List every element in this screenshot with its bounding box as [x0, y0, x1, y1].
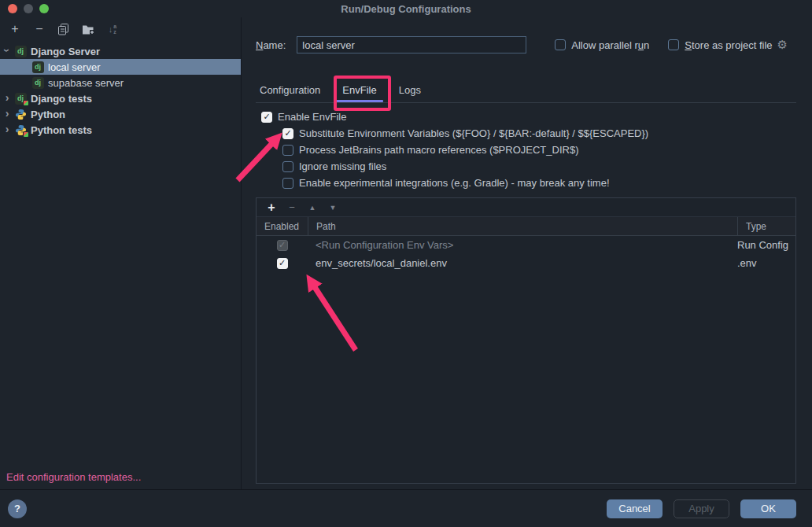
title-bar: Run/Debug Configurations [0, 0, 812, 17]
tree-item-label: Django tests [31, 93, 92, 105]
env-files-table: +−▲▼ EnabledPathType ✓<Run Configuration… [256, 197, 796, 484]
option-label: Process JetBrains path macro references … [299, 144, 578, 156]
django-tests-icon: dj [14, 93, 27, 105]
tab-envfile[interactable]: EnvFile [331, 84, 387, 102]
tree-item-label: Python tests [31, 124, 92, 136]
tree-item-label: supabase server [48, 77, 124, 89]
env-files-header: EnabledPathType [257, 217, 795, 236]
option-checkbox[interactable]: ✓ [261, 112, 272, 123]
tree-item-django-tests[interactable]: ›djDjango tests [0, 90, 241, 106]
store-as-project-file-label: Store as project file [685, 39, 772, 51]
cell-path: <Run Configuration Env Vars> [308, 239, 737, 251]
name-row: Name: Allow parallel run Store as projec… [256, 36, 796, 53]
row-enabled-checkbox[interactable]: ✓ [277, 258, 288, 269]
option-process-jetbrains-path: Process JetBrains path macro references … [256, 142, 796, 158]
chevron-collapsed-icon[interactable]: › [0, 107, 14, 120]
tree-item-label: Python [31, 109, 65, 120]
chevron-collapsed-icon[interactable]: › [0, 123, 14, 135]
option-substitute-environment-variables: ✓Substitute Environment Variables (${FOO… [256, 125, 796, 142]
name-input[interactable] [297, 36, 526, 53]
cell-enabled: ✓ [257, 240, 308, 251]
add-row-button[interactable]: + [266, 201, 277, 215]
django-icon: dj [31, 61, 44, 73]
test-badge-icon [23, 100, 29, 106]
envfile-tab-panel: ✓Enable EnvFile✓Substitute Environment V… [256, 102, 796, 489]
python-tests-icon [14, 124, 27, 136]
edit-configuration-templates-link[interactable]: Edit configuration templates... [6, 471, 141, 483]
remove-row-button: − [286, 201, 297, 213]
tree-item-supabase-server[interactable]: djsupabase server [0, 75, 241, 90]
chevron-expanded-icon[interactable]: › [1, 43, 13, 57]
allow-parallel-run-label: Allow parallel run [571, 39, 649, 51]
column-header-type: Type [737, 217, 795, 235]
option-enable-experimental-integrations: Enable experimental integrations (e.g. G… [256, 175, 796, 191]
run-debug-configurations-dialog: Run/Debug Configurations +−↓az ›djDjango… [0, 0, 812, 527]
copy-configuration-button[interactable] [57, 22, 71, 36]
store-settings-gear-icon[interactable]: ⚙ [777, 38, 788, 52]
add-button[interactable]: + [8, 22, 22, 36]
configuration-editor: Name: Allow parallel run Store as projec… [242, 17, 812, 489]
envfile-options: ✓Enable EnvFile✓Substitute Environment V… [256, 109, 796, 191]
option-label: Enable EnvFile [278, 111, 346, 123]
tree-item-python-tests[interactable]: ›Python tests [0, 122, 241, 138]
help-button[interactable]: ? [8, 499, 27, 518]
tree-item-django-server[interactable]: ›djDjango Server [0, 43, 241, 59]
remove-button[interactable]: − [32, 22, 46, 36]
option-checkbox[interactable] [282, 145, 293, 156]
column-header-path: Path [308, 217, 737, 235]
env-files-toolbar: +−▲▼ [257, 198, 795, 217]
configuration-tabs: ConfigurationEnvFileLogs [256, 83, 796, 102]
test-badge-icon [23, 131, 29, 138]
sort-configurations-button: ↓az [105, 22, 120, 36]
row-enabled-checkbox: ✓ [277, 240, 288, 251]
name-label: Name: [256, 39, 286, 51]
option-checkbox[interactable]: ✓ [282, 128, 293, 139]
configurations-sidebar: +−↓az ›djDjango Serverdjlocal serverdjsu… [0, 17, 242, 489]
cell-path: env_secrets/local_daniel.env [308, 257, 737, 269]
sidebar-toolbar: +−↓az [0, 17, 241, 41]
env-file-row[interactable]: ✓env_secrets/local_daniel.env.env [257, 254, 795, 272]
option-enable-envfile: ✓Enable EnvFile [256, 109, 796, 125]
tab-logs[interactable]: Logs [388, 84, 432, 102]
new-folder-button[interactable] [81, 22, 95, 36]
move-up-row-button: ▲ [307, 204, 318, 212]
tree-item-python[interactable]: ›Python [0, 106, 241, 122]
allow-parallel-run-option: Allow parallel run [555, 39, 649, 51]
option-label: Substitute Environment Variables (${FOO}… [299, 127, 648, 139]
store-as-project-file-checkbox[interactable] [668, 39, 679, 50]
configurations-tree: ›djDjango Serverdjlocal serverdjsupabase… [0, 43, 241, 138]
allow-parallel-run-checkbox[interactable] [555, 39, 566, 50]
env-files-rows: ✓<Run Configuration Env Vars>Run Config✓… [257, 236, 795, 272]
dialog-body: +−↓az ›djDjango Serverdjlocal serverdjsu… [0, 17, 812, 490]
column-header-enabled: Enabled [257, 217, 308, 235]
env-file-row[interactable]: ✓<Run Configuration Env Vars>Run Config [257, 236, 795, 254]
store-as-project-file-option: Store as project file [668, 39, 772, 51]
dialog-footer: ? Cancel Apply OK [0, 490, 812, 527]
option-label: Ignore missing files [299, 160, 386, 172]
chevron-collapsed-icon[interactable]: › [0, 91, 14, 104]
apply-button[interactable]: Apply [674, 499, 729, 518]
cancel-button[interactable]: Cancel [607, 499, 663, 518]
tree-item-local-server[interactable]: djlocal server [0, 59, 241, 75]
option-checkbox[interactable] [282, 178, 293, 189]
django-icon: dj [31, 77, 44, 89]
cell-enabled: ✓ [257, 258, 308, 269]
option-ignore-missing-files: Ignore missing files [256, 158, 796, 175]
option-checkbox[interactable] [282, 161, 293, 172]
window-title: Run/Debug Configurations [0, 3, 812, 15]
cell-type: .env [737, 257, 795, 269]
python-icon [14, 109, 27, 120]
tab-configuration[interactable]: Configuration [256, 84, 331, 102]
option-label: Enable experimental integrations (e.g. G… [299, 177, 610, 189]
tree-item-label: local server [48, 61, 100, 73]
django-icon: dj [14, 46, 27, 57]
cell-type: Run Config [737, 239, 795, 251]
move-down-row-button: ▼ [327, 204, 338, 212]
ok-button[interactable]: OK [740, 499, 796, 518]
tree-item-label: Django Server [31, 46, 100, 57]
